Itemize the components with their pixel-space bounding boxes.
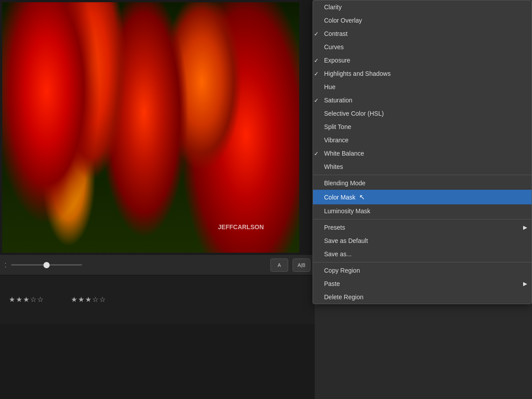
checkmark-icon: ✓ [313,57,320,64]
menu-item-label: Exposure [324,57,350,64]
menu-item-label: Highlights and Shadows [324,70,391,77]
watermark-suffix: CARLSON [233,223,264,231]
menu-item-saturation[interactable]: ✓Saturation [313,94,532,107]
menu-item-clarity[interactable]: Clarity [313,0,532,14]
checkmark-icon: ✓ [313,97,320,104]
menu-item-label: Saturation [324,97,352,104]
menu-item-color-overlay[interactable]: Color Overlay [313,14,532,27]
submenu-arrow-icon: ▶ [523,224,527,231]
menu-item-split-tone[interactable]: Split Tone [313,120,532,133]
menu-item-label: Blending Mode [324,180,365,187]
menu-item-label: Vibrance [324,137,348,144]
menu-item-contrast[interactable]: ✓Contrast [313,27,532,40]
menu-item-delete-region[interactable]: Delete Region [313,290,532,304]
slider-thumb[interactable] [43,262,50,268]
menu-item-selective-color-(hsl)[interactable]: Selective Color (HSL) [313,107,532,120]
menu-item-copy-region[interactable]: Copy Region [313,264,532,277]
slider-track[interactable] [11,264,82,266]
menu-item-label: Paste [324,280,340,287]
btn-a[interactable]: A [270,258,288,272]
menu-item-presets[interactable]: Presets▶ [313,221,532,234]
menu-item-save-as...[interactable]: Save as... [313,247,532,261]
menu-item-label: Presets [324,224,345,231]
dropdown-menu: ClarityColor Overlay✓ContrastCurves✓Expo… [313,0,532,304]
checkmark-icon: ✓ [313,70,320,77]
main-layout: JEFFCARLSON : A A|B ★★★☆☆ ★★★☆☆ [0,0,532,399]
menu-item-luminosity-mask[interactable]: Luminosity Mask [313,204,532,218]
menu-item-paste[interactable]: Paste▶ [313,277,532,290]
dropdown-overlay: ClarityColor Overlay✓ContrastCurves✓Expo… [313,0,532,399]
menu-item-exposure[interactable]: ✓Exposure [313,54,532,67]
menu-item-label: Color Mask [324,194,356,201]
menu-item-label: Color Overlay [324,17,362,24]
menu-item-vibrance[interactable]: Vibrance [313,133,532,147]
filmstrip: ★★★☆☆ ★★★☆☆ [0,275,315,324]
slider-container [11,264,266,266]
menu-item-label: Luminosity Mask [324,207,370,215]
menu-item-highlights-and-shadows[interactable]: ✓Highlights and Shadows [313,67,532,80]
menu-item-blending-mode[interactable]: Blending Mode [313,176,532,190]
menu-item-whites[interactable]: Whites [313,160,532,173]
menu-item-hue[interactable]: Hue [313,80,532,94]
cursor-icon: ↖ [359,193,365,201]
submenu-arrow-icon: ▶ [523,281,527,287]
btn-ab[interactable]: A|B [293,258,310,272]
checkmark-icon: ✓ [313,150,320,157]
menu-item-curves[interactable]: Curves [313,40,532,54]
menu-item-label: Curves [324,43,344,51]
menu-item-label: Contrast [324,30,348,37]
menu-item-label: Selective Color (HSL) [324,110,384,117]
menu-item-label: Whites [324,163,343,170]
image-container: JEFFCARLSON [2,2,299,253]
filmstrip-item-1[interactable]: ★★★☆☆ [9,295,44,304]
menu-item-label: Delete Region [324,293,364,301]
watermark-prefix: JEFF [218,223,233,231]
menu-item-label: Hue [324,83,336,90]
menu-separator [313,262,532,262]
menu-item-label: Copy Region [324,267,360,274]
watermark: JEFFCARLSON [218,223,264,231]
right-panel: Tone Temp. Tint Exposure Contrast Blacks… [315,0,532,399]
checkmark-icon: ✓ [313,31,320,37]
menu-item-white-balance[interactable]: ✓White Balance [313,147,532,160]
stars-2: ★★★☆☆ [71,295,106,304]
menu-separator [313,219,532,219]
filmstrip-item-2[interactable]: ★★★☆☆ [71,295,106,304]
menu-item-label: Split Tone [324,123,351,130]
menu-separator [313,175,532,175]
menu-item-color-mask[interactable]: Color Mask↖ [313,190,532,204]
menu-item-label: Save as Default [324,237,368,244]
stars-1: ★★★☆☆ [9,295,44,304]
menu-item-save-as-default[interactable]: Save as Default [313,234,532,247]
menu-item-label: White Balance [324,150,364,157]
menu-item-label: Save as... [324,250,352,258]
menu-item-label: Clarity [324,4,342,11]
left-panel: JEFFCARLSON : A A|B ★★★☆☆ ★★★☆☆ [0,0,315,399]
bottom-toolbar: : A A|B [0,255,315,275]
toolbar-colon: : [4,260,7,270]
image-tulips [2,2,299,253]
